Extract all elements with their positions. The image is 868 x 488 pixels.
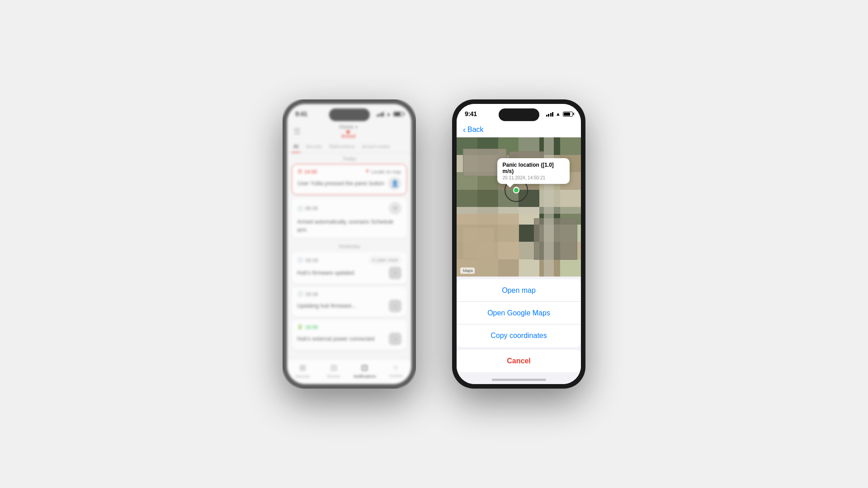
back-button[interactable]: Back [467, 126, 484, 134]
notif-text-armed: Armed automatically, scenario Schedule a… [297, 219, 393, 233]
signal-icon-left [377, 112, 384, 117]
notif-text-updating: Updating hub firmware... [297, 303, 356, 309]
info-icon: ℹ [372, 258, 374, 263]
notif-icon-armed: ⚙ [389, 202, 401, 215]
notif-time-armed: 🕐 09:35 [297, 206, 318, 211]
battery-icon-right [563, 112, 573, 117]
action-group-main: Open map Open Google Maps Copy coordinat… [457, 279, 581, 347]
notif-text-power: Hub's external power connected [297, 336, 374, 342]
notifications-icon: ⊡ [361, 363, 368, 373]
hub-icon: ▪ [389, 267, 401, 279]
back-bar: ‹ Back [457, 124, 581, 137]
menu-icon[interactable]: ☰ [293, 127, 301, 136]
notif-time-updating: 🕐 19:18 [297, 291, 318, 297]
nav-notifications[interactable]: ⊡ Notifications [349, 363, 381, 379]
tab-malfunctions[interactable]: Malfunctions [327, 141, 356, 153]
status-time-left: 9:41 [295, 110, 307, 117]
nav-devices-label: Devices [295, 374, 310, 379]
panic-tooltip-title: Panic location ([1.0] m/s) [503, 162, 564, 174]
rooms-icon: ⊟ [330, 363, 337, 373]
tab-bar: All Security Malfunctions Armed modes [287, 141, 411, 153]
learn-more-btn[interactable]: ℹ Learn more [369, 256, 401, 264]
tab-all[interactable]: All [292, 141, 300, 153]
home-bar [492, 379, 546, 381]
tab-armed-modes[interactable]: Armed modes [360, 141, 392, 153]
notif-card-armed: 🕐 09:35 ⚙ Armed automatically, scenario … [292, 197, 407, 238]
maps-label: Maps [463, 268, 473, 273]
cancel-btn[interactable]: Cancel [457, 350, 581, 372]
notif-card-firmware: 🕐 19:19 ℹ Learn more Hub's firmware upda… [292, 252, 407, 284]
locate-on-map-btn[interactable]: 📍 Locate on map [364, 169, 401, 174]
panic-tooltip: Panic location ([1.0] m/s) 20.11.2024, 1… [497, 158, 570, 184]
nav-control[interactable]: ○ Control [380, 363, 411, 379]
notif-time-panic: ⏱ 14:50 [297, 169, 317, 174]
status-icons-right: ▲ [546, 111, 573, 117]
road-horizontal [457, 207, 581, 214]
location-label: Home [339, 124, 354, 130]
avatar-icon: 👤 [388, 177, 401, 190]
open-google-maps-btn[interactable]: Open Google Maps [457, 302, 581, 324]
back-arrow-icon[interactable]: ‹ [463, 126, 466, 134]
building-3 [534, 218, 577, 260]
nav-notifications-label: Notifications [354, 374, 376, 379]
control-icon: ○ [393, 363, 398, 372]
bottom-nav: ⊞ Devices ⊟ Rooms ⊡ Notifications ○ Cont… [287, 359, 411, 384]
notif-card-updating: 🕐 19:18 Updating hub firmware... ▪ [292, 286, 407, 317]
nav-rooms[interactable]: ⊟ Rooms [318, 363, 349, 379]
map-background: Panic location ([1.0] m/s) 20.11.2024, 1… [457, 137, 581, 277]
left-phone: 9:41 ▲ ☰ Home ▾ [283, 99, 416, 389]
open-map-btn[interactable]: Open map [457, 279, 581, 302]
signal-icon-right [546, 112, 554, 117]
clock-icon-2: 🕐 [297, 206, 303, 211]
panic-tooltip-date: 20.11.2024, 14:50:21 [503, 175, 564, 180]
clock-icon: ⏱ [297, 169, 302, 174]
status-time-right: 9:41 [465, 110, 477, 117]
armed-badge: Armed [341, 134, 356, 139]
notif-card-power: 🔋 19:58 Hub's external power connected ▪ [292, 319, 407, 350]
copy-coordinates-btn[interactable]: Copy coordinates [457, 324, 581, 347]
notif-time-firmware: 🕐 19:19 [297, 257, 318, 263]
dynamic-island-left [329, 108, 370, 121]
hub-icon-2: ▪ [389, 300, 401, 312]
battery-icon-left [393, 112, 403, 117]
hub-icon-3: ▪ [389, 333, 401, 345]
right-phone: 9:41 ▲ ‹ Back [452, 99, 585, 389]
chevron-down-icon: ▾ [355, 125, 358, 130]
notif-text-firmware: Hub's firmware updated [297, 270, 354, 276]
map-container[interactable]: Panic location ([1.0] m/s) 20.11.2024, 1… [457, 137, 581, 277]
nav-rooms-label: Rooms [327, 374, 340, 379]
nav-control-label: Control [389, 374, 402, 378]
wifi-icon-left: ▲ [386, 111, 391, 117]
notif-text-panic: User Yuliia pressed the panic button [297, 180, 384, 187]
section-yesterday: Yesterday [287, 241, 411, 252]
action-group-cancel: Cancel [457, 350, 581, 372]
home-location: Home ▾ [339, 124, 358, 130]
wifi-icon-right: ▲ [556, 111, 561, 117]
devices-icon: ⊞ [299, 363, 306, 373]
action-sheet: Open map Open Google Maps Copy coordinat… [457, 277, 581, 384]
section-today: Today [287, 153, 411, 164]
home-indicator [457, 375, 581, 384]
app-header: ☰ Home ▾ Armed [287, 124, 411, 141]
tab-security[interactable]: Security [304, 141, 324, 153]
maps-attribution: Maps [460, 267, 475, 274]
clock-icon-3: 🕐 [297, 257, 303, 263]
dynamic-island-right [499, 108, 539, 121]
notif-time-power: 🔋 19:58 [297, 324, 318, 330]
nav-devices[interactable]: ⊞ Devices [287, 363, 318, 379]
marker-dot-green [513, 187, 519, 193]
status-icons-left: ▲ [377, 111, 403, 117]
notif-card-panic[interactable]: ⏱ 14:50 📍 Locate on map User Yuliia pres… [292, 164, 407, 195]
map-pin-icon: 📍 [364, 169, 370, 174]
